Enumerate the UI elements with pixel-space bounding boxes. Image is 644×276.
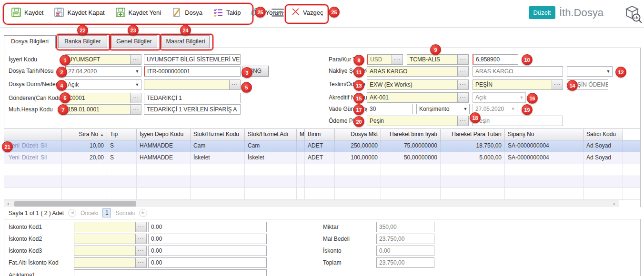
kur-tipi-field[interactable]: TCMB-ALIS ··· <box>407 54 469 65</box>
kur-tipi-lookup-button[interactable]: ··· <box>457 55 468 64</box>
miktar-field[interactable]: 350,00 <box>376 222 434 232</box>
iskonto-kod3-lookup-button[interactable]: ··· <box>135 246 146 256</box>
row-action-link[interactable]: Düzelt <box>22 154 38 161</box>
row-action-link[interactable]: Sil <box>40 142 47 149</box>
grid-col-header[interactable]: Stok/Hizmet Adı <box>245 129 297 140</box>
row-action-link[interactable]: Yeni <box>9 154 20 161</box>
grid-col-header[interactable]: İşyeri Depo Kodu <box>137 129 191 140</box>
toplam-field[interactable]: 23.750,00 <box>376 257 434 268</box>
iskonto-toplam-field[interactable]: 0,00 <box>376 246 434 256</box>
horizontal-scrollbar[interactable]: ‹ › <box>4 200 619 207</box>
teslim-sekli-field[interactable]: EXW (Ex Works) ··· <box>367 79 469 90</box>
grid-col-header[interactable]: Satıcı Kodu <box>584 129 623 140</box>
row-action-link[interactable]: Sil <box>40 154 47 161</box>
grid-col-header[interactable]: Stok/Hizmet Kodu <box>191 129 245 140</box>
iskonto-kod2-oran-field[interactable]: 0,00 <box>148 234 267 244</box>
dosya-neden-field[interactable]: ··· <box>144 79 241 90</box>
vade-hangi-select[interactable]: Konşimento ▼ <box>416 104 470 114</box>
grid-col-header[interactable]: Sipariş No <box>505 129 584 140</box>
akreditif-no-field[interactable]: AK-001 ··· <box>367 92 469 103</box>
table-cell <box>505 164 584 176</box>
tab-dosya-bilgileri[interactable]: Dosya Bilgileri <box>4 35 56 49</box>
cube-search-icon[interactable] <box>620 3 642 26</box>
save-new-button[interactable]: Kaydet Yeni <box>111 5 166 20</box>
para-birimi-field[interactable]: USD ··· <box>367 54 403 65</box>
fat-alti-lookup-button[interactable]: ··· <box>135 258 146 267</box>
tab-banka-bilgiler[interactable]: Banka Bilgiler <box>58 35 107 48</box>
gonderen-lookup-button[interactable]: ··· <box>130 93 141 103</box>
nakliye-yolu-select[interactable]: ▼ <box>567 66 613 77</box>
save-button[interactable]: Kaydet <box>7 5 48 20</box>
dosya-tarih-field[interactable]: 27.04.2020 ▼ <box>65 66 141 77</box>
scrollbar-thumb[interactable] <box>14 201 136 207</box>
para-lookup-button[interactable]: ··· <box>392 55 402 64</box>
pager-page-1[interactable]: 1 <box>102 208 111 217</box>
gonderen-kodu-field[interactable]: C0001 ··· <box>65 93 141 103</box>
table-row[interactable] <box>4 164 640 176</box>
grid-col-header[interactable]: Sıra No▲ <box>62 129 107 140</box>
cancel-button[interactable]: Vazgeç <box>292 8 323 17</box>
iskonto-kod1-lookup-button[interactable]: ··· <box>135 222 146 232</box>
odeme-plani-lookup-button[interactable]: ··· <box>457 116 468 126</box>
follow-button[interactable]: Takip <box>209 5 245 20</box>
grid-col-header[interactable]: Birim <box>305 129 335 140</box>
fat-alti-iskonto-field[interactable]: ··· <box>74 257 147 268</box>
akreditif-lookup-button[interactable]: ··· <box>457 93 468 102</box>
dosya-no-field[interactable]: ITR-0000000001 <box>144 66 241 77</box>
fat-alti-oran-field[interactable]: 0,00 <box>148 257 267 268</box>
odeme-plani-adi-field[interactable]: Peşin <box>473 116 563 126</box>
vade-tarih-field[interactable]: 27.05.2020 ▼ <box>473 104 517 114</box>
vade-gun-field[interactable]: 30 <box>367 104 413 114</box>
isyeri-lookup-button[interactable]: ··· <box>130 55 141 64</box>
iskonto-kod3-oran-field[interactable]: 0,00 <box>148 246 267 256</box>
odeme-plani-field[interactable]: Peşin ··· <box>367 116 469 126</box>
muh-hesap-kodu-field[interactable]: 159.01.0001 ··· <box>65 104 141 115</box>
pager-prev-label[interactable]: Önceki <box>80 210 98 217</box>
grid-col-header[interactable]: Dosya Mkt <box>335 129 381 140</box>
iskonto-kod2-field[interactable]: ··· <box>74 234 147 244</box>
iskonto-kod1-oran-field[interactable]: 0,00 <box>148 222 267 232</box>
teslim-lookup-button[interactable]: ··· <box>457 80 468 89</box>
tab-genel-bilgiler[interactable]: Genel Bilgiler <box>111 35 157 48</box>
iskonto-kod3-field[interactable]: ··· <box>74 246 147 256</box>
pager-next-icon[interactable]: ▶ <box>139 209 147 217</box>
akreditif-durum-select[interactable]: Açık ▼ <box>473 92 526 103</box>
iskonto-kod1-field[interactable]: ··· <box>74 222 147 232</box>
file-button[interactable]: Dosya <box>167 5 207 20</box>
menu-icon[interactable] <box>272 9 284 19</box>
scroll-left-icon[interactable]: ‹ <box>5 201 11 207</box>
neden-lookup-button[interactable]: ··· <box>229 80 240 89</box>
grid-col-header[interactable]: M <box>297 129 305 140</box>
table-row[interactable]: YeniDüzeltSil20,00SHAMMADDEİskeletİskele… <box>4 152 640 164</box>
aciklama1-field[interactable] <box>74 269 267 276</box>
grid-col-header[interactable]: Hareket Para Tutarı <box>441 129 505 140</box>
nakliye-lookup-button[interactable]: ··· <box>457 67 468 76</box>
grid-col-header[interactable]: Tip <box>107 129 137 140</box>
nakliye-adi-value: ARAS KARGO <box>473 67 563 76</box>
isyeri-kodu-field[interactable]: UYUMSOFT ··· <box>65 54 141 65</box>
table-cell <box>623 164 640 176</box>
tab-masraf-bilgileri[interactable]: Masraf Bilgileri <box>161 35 210 48</box>
odeme-lookup-button[interactable]: ··· <box>552 80 563 89</box>
nakliye-kodu-field[interactable]: ARAS KARGO ··· <box>367 66 469 77</box>
gonderen-adi-field[interactable]: TEDARİKÇİ 1 <box>144 93 241 103</box>
nakliye-adi-field[interactable]: ARAS KARGO <box>473 66 563 77</box>
edit-mode-button[interactable]: Düzelt <box>529 6 555 19</box>
scroll-right-icon[interactable]: › <box>611 201 617 207</box>
isyeri-adi-field[interactable]: UYUMSOFT BİLGİ SİSTEMLERİ VE <box>144 54 241 65</box>
kur-field[interactable]: 6,958900 <box>473 54 518 65</box>
odeme-sekli-field[interactable]: PEŞİN ··· <box>473 79 563 90</box>
grid-col-header[interactable]: Hareket birim fiyatı <box>381 129 441 140</box>
pager-next-label[interactable]: Sonraki <box>115 210 135 217</box>
mal-bedeli-field[interactable]: 23.750,00 <box>376 234 434 244</box>
table-row[interactable] <box>4 176 640 188</box>
muh-hesap-lookup-button[interactable]: ··· <box>130 105 141 114</box>
table-row[interactable] <box>4 188 640 200</box>
dosya-durum-select[interactable]: Açık ▼ <box>65 79 141 90</box>
save-close-button[interactable]: Kaydet Kapat <box>50 5 109 20</box>
iskonto-kod2-lookup-button[interactable]: ··· <box>135 234 146 244</box>
pager-prev-icon[interactable]: ◀ <box>68 209 76 217</box>
muh-hesap-adi-field[interactable]: TEDARİKÇİ 1 VERİLEN SİPARİŞ A <box>144 104 241 115</box>
table-row[interactable]: YeniDüzeltSil10,00SHAMMADDECamCamADET250… <box>4 140 640 152</box>
row-action-link[interactable]: Düzelt <box>22 142 38 149</box>
